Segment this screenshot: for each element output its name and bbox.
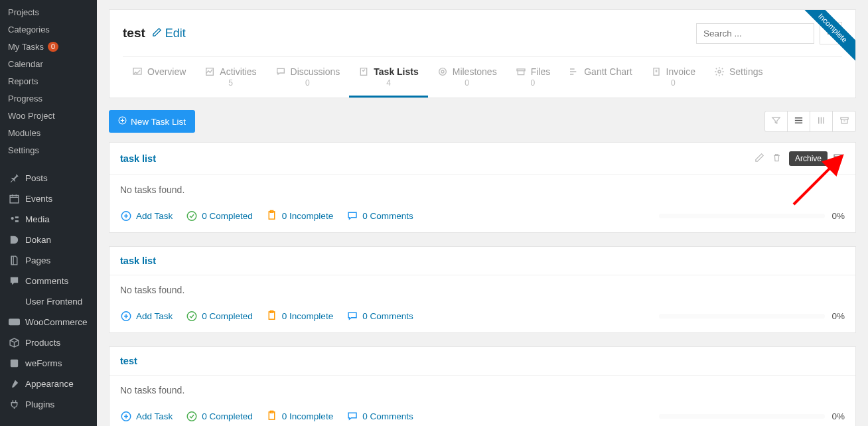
sidebar-item-plugins[interactable]: Plugins xyxy=(0,394,97,415)
sidebar-item-products[interactable]: Products xyxy=(0,332,97,353)
comments-link[interactable]: 0 Comments xyxy=(346,210,413,222)
media-icon xyxy=(8,214,20,226)
sidebar-item-events[interactable]: Events xyxy=(0,188,97,209)
sidebar-sub-woo-project[interactable]: Woo Project xyxy=(0,107,97,124)
brush-icon xyxy=(8,378,20,390)
incomplete-label: 0 Incomplete xyxy=(282,211,333,221)
incomplete-link[interactable]: 0 Incomplete xyxy=(266,210,333,222)
completed-link[interactable]: 0 Completed xyxy=(186,310,253,322)
comment-icon xyxy=(346,410,358,422)
tab-overview[interactable]: Overview xyxy=(123,57,195,98)
svg-point-24 xyxy=(188,412,197,421)
sidebar-item-label: Comments xyxy=(25,276,68,286)
board-view-toggle[interactable] xyxy=(810,111,833,131)
sidebar-sub-label: Woo Project xyxy=(8,111,55,121)
tab-task-lists[interactable]: Task Lists4 xyxy=(349,57,427,98)
task-list-card: task list Archive No tasks found. Add Ta… xyxy=(109,142,856,233)
sidebar-item-user-frontend[interactable]: User Frontend xyxy=(0,291,97,312)
sidebar-sub-label: Projects xyxy=(8,7,39,17)
edit-project-link[interactable]: Edit xyxy=(152,27,186,40)
page-icon xyxy=(8,255,20,267)
progress-percent: 0% xyxy=(832,411,845,421)
sidebar-sub-label: Modules xyxy=(8,128,40,138)
woo-icon xyxy=(8,317,20,328)
progress-bar xyxy=(659,214,825,218)
list-view-toggle[interactable] xyxy=(788,111,810,131)
sidebar-sub-label: Calendar xyxy=(8,59,43,69)
sidebar-item-label: User Frontend xyxy=(25,297,82,307)
tab-gantt-chart[interactable]: Gantt Chart xyxy=(559,57,641,98)
comment-icon xyxy=(8,275,20,287)
progress-percent: 0% xyxy=(832,311,845,321)
sidebar-sub-settings[interactable]: Settings xyxy=(0,141,97,159)
sidebar-item-appearance[interactable]: Appearance xyxy=(0,374,97,394)
progress-percent: 0% xyxy=(832,211,845,221)
list-title-link[interactable]: task list xyxy=(120,255,156,266)
sidebar-item-woocommerce[interactable]: WooCommerce xyxy=(0,312,97,332)
plus-circle-icon xyxy=(120,410,132,422)
project-header-card: test Edit Incomplete Overview xyxy=(109,9,856,98)
list-title-link[interactable]: test xyxy=(120,356,137,366)
tab-discussions[interactable]: Discussions0 xyxy=(266,57,350,98)
edit-list-button[interactable] xyxy=(755,153,766,165)
list-empty-message: No tasks found. xyxy=(109,175,855,204)
incomplete-link[interactable]: 0 Incomplete xyxy=(266,410,333,422)
tab-count: 0 xyxy=(305,78,310,88)
completed-label: 0 Completed xyxy=(202,411,253,421)
sidebar-item-posts[interactable]: Posts xyxy=(0,168,97,188)
sidebar-sub-label: Progress xyxy=(8,94,42,104)
clipboard-icon xyxy=(266,410,278,422)
incomplete-label: 0 Incomplete xyxy=(282,411,333,421)
gantt-icon xyxy=(569,66,579,77)
box-icon xyxy=(8,337,20,349)
tab-count: 5 xyxy=(228,78,233,88)
filter-toggle[interactable] xyxy=(765,111,788,131)
comments-link[interactable]: 0 Comments xyxy=(346,310,413,322)
sidebar-item-comments[interactable]: Comments xyxy=(0,271,97,291)
new-task-list-button[interactable]: New Task List xyxy=(109,110,195,133)
comment-icon xyxy=(346,210,358,222)
add-task-link[interactable]: Add Task xyxy=(120,210,173,222)
sidebar-item-media[interactable]: Media xyxy=(0,209,97,230)
sidebar-item-label: Media xyxy=(25,214,50,224)
sidebar-sub-calendar[interactable]: Calendar xyxy=(0,55,97,72)
sidebar-item-label: weForms xyxy=(25,358,62,368)
delete-list-button[interactable] xyxy=(772,153,784,165)
tab-milestones[interactable]: Milestones0 xyxy=(428,57,506,98)
incomplete-label: 0 Incomplete xyxy=(282,311,333,321)
main-content: test Edit Incomplete Overview xyxy=(97,0,868,426)
sidebar-item-weforms[interactable]: weForms xyxy=(0,353,97,374)
sidebar-sub-reports[interactable]: Reports xyxy=(0,72,97,90)
clipboard-icon xyxy=(266,210,278,222)
completed-link[interactable]: 0 Completed xyxy=(186,410,253,422)
comments-link[interactable]: 0 Comments xyxy=(346,410,413,422)
tab-activities[interactable]: Activities5 xyxy=(195,57,265,98)
svg-rect-0 xyxy=(10,196,19,203)
svg-rect-9 xyxy=(517,69,525,71)
add-task-link[interactable]: Add Task xyxy=(120,310,173,322)
archive-list-button[interactable] xyxy=(833,153,845,165)
files-icon xyxy=(516,66,526,77)
sidebar-sub-projects[interactable]: Projects xyxy=(0,3,97,21)
clipboard-icon xyxy=(266,310,278,322)
settings-gear-button[interactable] xyxy=(820,22,842,44)
archive-icon xyxy=(839,115,849,128)
comments-label: 0 Comments xyxy=(362,311,413,321)
tab-files[interactable]: Files0 xyxy=(506,57,560,98)
sidebar-sub-categories[interactable]: Categories xyxy=(0,21,97,38)
archive-view-toggle[interactable] xyxy=(833,111,855,131)
incomplete-link[interactable]: 0 Incomplete xyxy=(266,310,333,322)
tab-invoice[interactable]: Invoice0 xyxy=(642,57,705,98)
completed-link[interactable]: 0 Completed xyxy=(186,210,253,222)
add-task-link[interactable]: Add Task xyxy=(120,410,173,422)
tab-label: Activities xyxy=(220,66,256,77)
sidebar-item-dokan[interactable]: Dokan xyxy=(0,230,97,250)
sidebar-sub-modules[interactable]: Modules xyxy=(0,124,97,141)
add-task-label: Add Task xyxy=(136,211,173,221)
list-title-link[interactable]: task list xyxy=(120,153,156,164)
sidebar-sub-my-tasks[interactable]: My Tasks0 xyxy=(0,38,97,55)
sidebar-sub-progress[interactable]: Progress xyxy=(0,90,97,107)
sidebar-item-pages[interactable]: Pages xyxy=(0,250,97,271)
search-input[interactable] xyxy=(696,23,814,44)
tab-settings[interactable]: Settings xyxy=(705,57,772,98)
